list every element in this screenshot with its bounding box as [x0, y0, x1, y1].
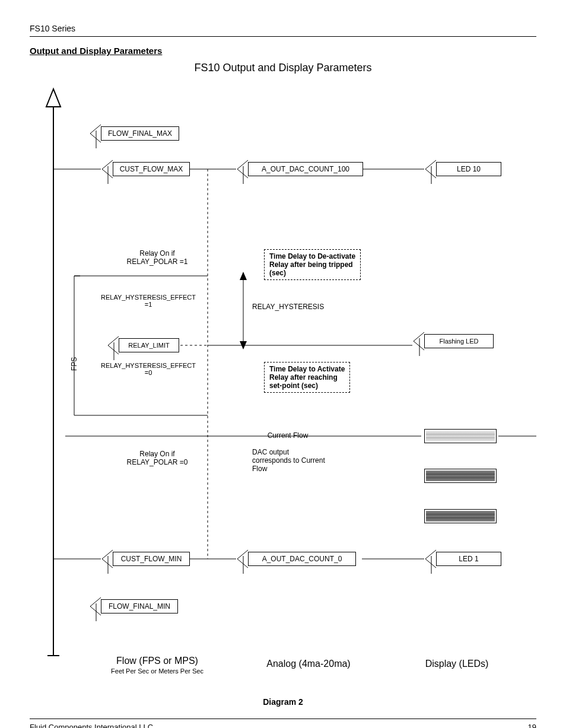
svg-marker-30 — [240, 272, 247, 280]
yaxis-fps: FPS — [70, 357, 78, 371]
section-title: Output and Display Parameters — [30, 46, 536, 56]
led-bar-mid — [424, 469, 497, 483]
txt-dac-output: DAC output corresponds to Current Flow — [252, 448, 325, 473]
box-flow-final-min: FLOW_FINAL_MIN — [101, 599, 178, 613]
footer-company: Fluid Components International LLC — [30, 723, 153, 728]
diagram-title: FS10 Output and Display Parameters — [30, 62, 536, 74]
diagram-caption: Diagram 2 — [30, 697, 536, 707]
col-flow-title: Flow (FPS or MPS) — [89, 656, 225, 666]
box-cust-flow-max: CUST_FLOW_MAX — [113, 162, 190, 176]
led-bar-low — [424, 509, 497, 523]
box-aout-dac-0: A_OUT_DAC_COUNT_0 — [248, 552, 356, 566]
box-time-delay-act: Time Delay to Activate Relay after reach… — [264, 362, 350, 393]
box-relay-limit: RELAY_LIMIT — [119, 338, 179, 352]
diagram-body: FPS FLOW_FINAL_MAX CUST_FLOW_MAX Relay O… — [30, 86, 536, 691]
svg-marker-1 — [46, 89, 61, 107]
box-led10: LED 10 — [436, 162, 501, 176]
led-bar-current — [424, 429, 497, 443]
box-flashing-led: Flashing LED — [424, 334, 494, 348]
box-aout-dac-100: A_OUT_DAC_COUNT_100 — [248, 162, 363, 176]
box-flow-final-max: FLOW_FINAL_MAX — [101, 126, 179, 141]
footer-page: 19 — [528, 723, 536, 728]
col-flow-subtitle: Feet Per Sec or Meters Per Sec — [89, 667, 225, 675]
page-footer: Fluid Components International LLC 19 — [30, 719, 536, 728]
col-analog-title: Analog (4ma-20ma) — [249, 659, 368, 669]
box-time-delay-deact: Time Delay to De-activate Relay after be… — [264, 249, 361, 280]
series-header: FS10 Series — [30, 24, 536, 37]
txt-relay-hysteresis: RELAY_HYSTERESIS — [252, 303, 324, 311]
txt-relay-hyst-effect0: RELAY_HYSTERESIS_EFFECT =0 — [89, 362, 208, 376]
txt-relay-on-polar0: Relay On if RELAY_POLAR =0 — [119, 450, 196, 466]
col-display-title: Display (LEDs) — [403, 659, 510, 669]
txt-current-flow: Current Flow — [252, 431, 323, 440]
box-cust-flow-min: CUST_FLOW_MIN — [113, 552, 190, 566]
txt-relay-hyst-effect1: RELAY_HYSTERESIS_EFFECT =1 — [89, 294, 208, 308]
txt-relay-on-polar1: Relay On if RELAY_POLAR =1 — [119, 249, 196, 266]
box-led1: LED 1 — [436, 552, 501, 566]
